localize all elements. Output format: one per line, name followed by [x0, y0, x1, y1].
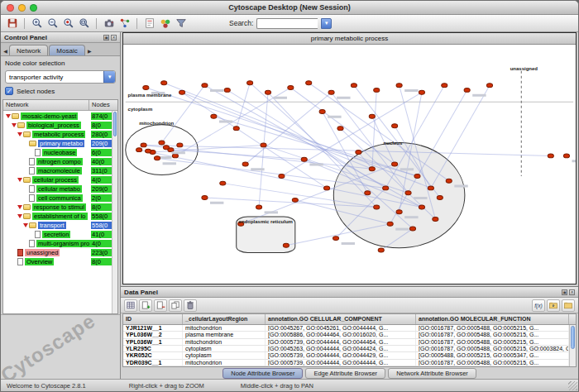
network-node[interactable]	[279, 174, 285, 178]
network-node[interactable]	[161, 81, 167, 85]
tree-expand-caret-icon[interactable]	[17, 205, 22, 209]
network-node[interactable]	[410, 227, 416, 231]
zoom-out-icon[interactable]	[45, 17, 60, 31]
minimize-window-button[interactable]	[18, 4, 26, 12]
delete-attribute-icon[interactable]	[154, 299, 167, 312]
tree-row[interactable]: metabolic process280(0	[3, 130, 117, 139]
tab-edge-attribute-browser[interactable]: Edge Attribute Browser	[305, 368, 385, 379]
network-node[interactable]	[202, 196, 208, 200]
vizmapper-icon[interactable]	[158, 17, 172, 31]
network-node[interactable]	[392, 162, 398, 166]
tree-scrollbar-thumb[interactable]	[113, 112, 117, 136]
tree-expand-caret-icon[interactable]	[17, 178, 22, 182]
network-node[interactable]	[136, 148, 142, 152]
tab-mosaic[interactable]: Mosaic	[49, 45, 84, 55]
network-node[interactable]	[164, 146, 170, 150]
network-node[interactable]	[419, 205, 425, 209]
tree-header-network[interactable]: Network	[3, 100, 89, 110]
close-panel-button[interactable]: ✕	[111, 35, 117, 41]
network-node[interactable]	[419, 90, 425, 94]
tab-scroll-right-button[interactable]: ▶	[86, 46, 93, 55]
tree-row[interactable]: Overview8(0	[3, 257, 117, 266]
network-node[interactable]	[143, 86, 149, 90]
network-node[interactable]	[283, 243, 289, 247]
tree-header-nodes[interactable]: Nodes	[89, 100, 117, 110]
column-header-region[interactable]: _cellularLayoutRegion	[183, 314, 266, 324]
network-node[interactable]	[224, 88, 230, 92]
filter-tool-icon[interactable]	[174, 17, 188, 31]
network-node[interactable]	[392, 124, 398, 128]
column-header-molecular[interactable]: annotation.GO MOLECULAR_FUNCTION	[416, 314, 569, 324]
zoom-selected-icon[interactable]	[61, 17, 75, 31]
tree-row[interactable]: multi-organism pro4(0	[3, 239, 117, 248]
tree-row[interactable]: biological_process8(0	[3, 121, 117, 130]
table-row[interactable]: YJR121W__1mitochondrion[GO:0045267, GO:0…	[123, 325, 569, 332]
tree-row[interactable]: nitrogen compo40(0	[3, 157, 117, 166]
function-builder-icon[interactable]: f(x)	[532, 299, 545, 312]
network-node[interactable]	[159, 141, 165, 145]
network-node[interactable]	[405, 191, 411, 195]
tab-scroll-left-button[interactable]: ◀	[2, 46, 9, 55]
create-attribute-icon[interactable]	[139, 299, 152, 312]
network-node[interactable]	[428, 186, 433, 190]
network-node[interactable]	[387, 222, 393, 226]
network-node[interactable]	[233, 127, 239, 131]
network-node[interactable]	[301, 157, 307, 161]
table-scrollbar[interactable]	[569, 325, 576, 366]
network-node[interactable]	[378, 248, 384, 252]
network-node[interactable]	[266, 90, 271, 94]
network-node[interactable]	[261, 143, 266, 147]
tree-row[interactable]: secretion41(0	[3, 230, 117, 239]
column-header-id[interactable]: ID	[123, 314, 183, 324]
network-node[interactable]	[369, 114, 375, 118]
network-node[interactable]	[396, 210, 402, 214]
network-node[interactable]	[155, 156, 160, 160]
network-node[interactable]	[414, 174, 420, 178]
network-node[interactable]	[351, 84, 356, 88]
save-session-icon[interactable]	[5, 17, 19, 31]
tab-node-attribute-browser[interactable]: Node Attribute Browser	[223, 368, 303, 379]
select-attributes-icon[interactable]	[124, 299, 137, 312]
network-node[interactable]	[242, 162, 248, 166]
attribute-batch-icon[interactable]	[169, 299, 182, 312]
network-node[interactable]	[288, 86, 294, 90]
tree-row[interactable]: primary metabo209(0	[3, 139, 117, 148]
tree-scrollbar[interactable]	[112, 111, 117, 313]
network-node[interactable]	[433, 218, 438, 222]
network-node[interactable]	[319, 109, 325, 113]
delete-table-icon[interactable]	[184, 299, 197, 312]
network-node[interactable]	[464, 88, 470, 92]
network-node[interactable]	[548, 154, 553, 158]
network-node[interactable]	[306, 81, 312, 85]
network-node[interactable]	[220, 181, 226, 185]
network-node[interactable]	[337, 127, 343, 131]
tree-row[interactable]: cell communica2(0	[3, 194, 117, 203]
network-node[interactable]	[179, 90, 185, 94]
table-row[interactable]: YPL036W__2plasma membrane[GO:0005886, GO…	[123, 332, 569, 338]
tree-expand-caret-icon[interactable]	[23, 223, 28, 227]
table-row[interactable]: YKR052Ccytoplasm[GO:0005739, GO:0044444,…	[123, 352, 569, 359]
network-node[interactable]	[177, 143, 183, 147]
network-canvas[interactable]: plasma membranecytoplasmmitochondrionnuc…	[123, 45, 576, 284]
tree-row[interactable]: cellular process4(0	[3, 175, 117, 184]
float-panel-button[interactable]: ▣	[103, 35, 109, 41]
snapshot-icon[interactable]	[102, 17, 116, 31]
network-node[interactable]	[256, 205, 262, 209]
tree-row[interactable]: cellular metabo209(0	[3, 184, 117, 194]
table-row[interactable]: YPL036W__1mitochondrion[GO:0005739, GO:0…	[123, 339, 569, 346]
network-node[interactable]	[374, 88, 380, 92]
network-node[interactable]	[365, 191, 371, 195]
zoom-fit-icon[interactable]	[77, 17, 91, 31]
network-node[interactable]	[172, 154, 178, 158]
zoom-window-button[interactable]	[30, 4, 37, 12]
resize-grip[interactable]	[568, 381, 577, 390]
network-node[interactable]	[487, 84, 493, 88]
network-node[interactable]	[292, 198, 298, 202]
network-node[interactable]	[211, 114, 217, 118]
search-input[interactable]	[256, 18, 318, 29]
zoom-in-icon[interactable]	[30, 17, 44, 31]
network-node[interactable]	[247, 81, 253, 85]
network-node[interactable]	[396, 84, 402, 88]
network-overview-icon[interactable]	[117, 17, 132, 31]
network-node[interactable]	[374, 205, 380, 209]
